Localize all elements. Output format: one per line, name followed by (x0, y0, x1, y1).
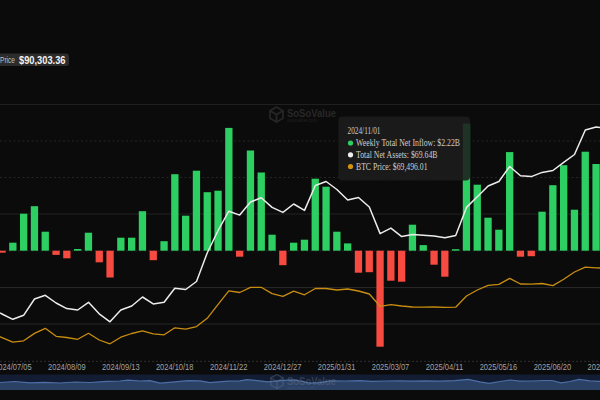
svg-text:2024/10/18: 2024/10/18 (156, 361, 194, 372)
svg-text:2025/01/31: 2025/01/31 (318, 361, 356, 372)
svg-text:Total Net Assets: $69.64B: Total Net Assets: $69.64B (356, 149, 438, 160)
svg-text:BTC Price: $69,496.01: BTC Price: $69,496.01 (356, 161, 428, 172)
svg-text:2024/07/05: 2024/07/05 (0, 361, 32, 372)
svg-text:2024/11/01: 2024/11/01 (348, 125, 381, 136)
svg-text:2025/05/16: 2025/05/16 (480, 361, 518, 372)
svg-text:2024/08/09: 2024/08/09 (48, 361, 86, 372)
svg-text:sosovalue.com: sosovalue.com (287, 385, 317, 390)
svg-text:BTC Price: BTC Price (0, 55, 15, 65)
svg-text:2024/09/13: 2024/09/13 (102, 361, 140, 372)
svg-text:2025/06/20: 2025/06/20 (534, 361, 572, 372)
svg-text:Weekly Total Net Inflow: $2.22: Weekly Total Net Inflow: $2.22B (356, 137, 460, 148)
svg-text:$90,303.36: $90,303.36 (19, 55, 66, 66)
svg-text:sosovalue.com: sosovalue.com (287, 118, 317, 123)
svg-text:2025/03/07: 2025/03/07 (372, 361, 410, 372)
svg-text:2024/11/22: 2024/11/22 (210, 361, 248, 372)
svg-text:2025/07/25: 2025/07/25 (588, 361, 600, 372)
svg-text:2024/12/27: 2024/12/27 (264, 361, 302, 372)
svg-text:2025/04/11: 2025/04/11 (426, 361, 464, 372)
